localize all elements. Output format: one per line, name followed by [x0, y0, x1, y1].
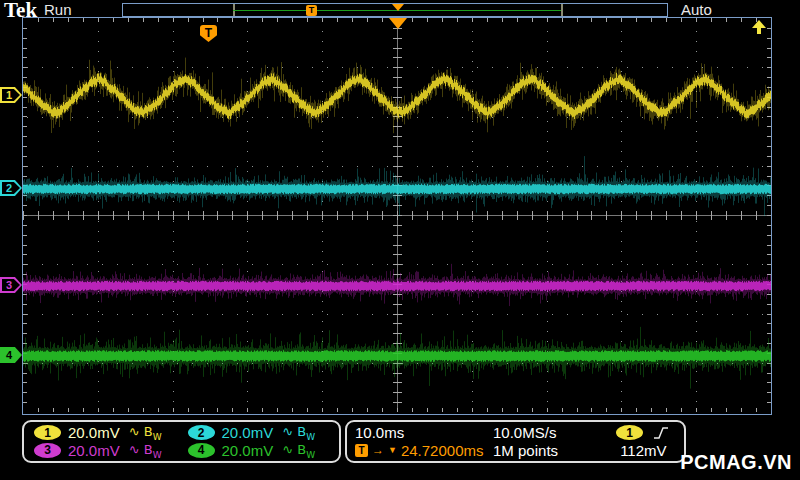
channel-2-readout[interactable]: 2 20.0mV ∿ BW [182, 424, 336, 442]
channel-4-badge[interactable]: 4 [188, 443, 215, 458]
down-triangle-icon: ▼ [388, 446, 397, 455]
ac-coupling-icon: ∿ BW [129, 442, 162, 460]
ac-coupling-icon: ∿ BW [129, 424, 162, 442]
record-length-readout: 1M points [493, 442, 602, 460]
acquisition-state: Run [44, 1, 72, 18]
trigger-delay-value: 24.72000ms [401, 442, 484, 459]
trigger-level-offscreen-arrow-icon[interactable] [751, 20, 767, 34]
channel-3-position-marker[interactable]: 3 [0, 277, 22, 293]
channel-2-marker-label: 2 [2, 182, 20, 194]
arrow-stem [757, 28, 761, 34]
record-window-right-bracket [561, 4, 563, 16]
channel-3-badge[interactable]: 3 [34, 443, 61, 458]
timebase-readout: 10.0ms [355, 424, 493, 442]
trigger-source-badge: 1 [616, 425, 643, 440]
channel-1-marker-label: 1 [2, 89, 20, 101]
rising-edge-icon [653, 426, 669, 440]
ac-coupling-icon: ∿ BW [282, 424, 315, 442]
oscilloscope-screen: Tek Run Auto T T 1 2 3 4 1 20.0mV [0, 0, 800, 480]
channel-3-scale: 20.0mV [68, 442, 120, 459]
channel-1-scale: 20.0mV [68, 424, 120, 441]
channel-4-scale: 20.0mV [222, 442, 274, 459]
right-arrow-icon: → [372, 444, 384, 456]
trigger-t-icon: T [355, 444, 368, 457]
channel-3-readout[interactable]: 3 20.0mV ∿ BW [28, 442, 182, 460]
trigger-level-readout: 112mV [602, 442, 676, 460]
horizontal-trigger-readout-box: 10.0ms 10.0MS/s 1 T → ▼ 24.72000ms 1M po… [345, 420, 686, 463]
channel-2-scale: 20.0mV [222, 424, 274, 441]
channel-2-badge[interactable]: 2 [188, 425, 215, 440]
bandwidth-limit-icon: BW [297, 424, 315, 439]
channel-1-position-marker[interactable]: 1 [0, 87, 22, 103]
channel-4-position-marker[interactable]: 4 [0, 347, 22, 363]
bandwidth-limit-icon: BW [144, 442, 162, 457]
channel-2-position-marker[interactable]: 2 [0, 180, 22, 196]
trigger-position-readout: T → ▼ 24.72000ms [355, 442, 493, 460]
record-trigger-t-icon: T [306, 5, 317, 16]
record-view-bar: T [122, 3, 668, 17]
channel-1-readout[interactable]: 1 20.0mV ∿ BW [28, 424, 182, 442]
graticule: T [22, 17, 772, 415]
channel-4-readout[interactable]: 4 20.0mV ∿ BW [182, 442, 336, 460]
expand-point-icon [389, 18, 407, 29]
trigger-mode-status: Auto [681, 1, 712, 18]
bandwidth-limit-icon: BW [144, 424, 162, 439]
channel-1-badge[interactable]: 1 [34, 425, 61, 440]
record-expand-point-icon [392, 4, 404, 11]
channel-readout-box: 1 20.0mV ∿ BW 2 20.0mV ∿ BW 3 20.0mV ∿ B… [22, 420, 341, 463]
ac-coupling-icon: ∿ BW [282, 442, 315, 460]
trigger-source-readout: 1 [602, 424, 676, 442]
sample-rate-readout: 10.0MS/s [493, 424, 602, 442]
channel-3-marker-label: 3 [2, 279, 20, 291]
arrow-head [752, 20, 766, 28]
waveform-display [23, 18, 771, 412]
channel-4-marker-label: 4 [2, 349, 20, 361]
bandwidth-limit-icon: BW [297, 442, 315, 457]
watermark-logo: PCMAG.VN [680, 451, 792, 474]
